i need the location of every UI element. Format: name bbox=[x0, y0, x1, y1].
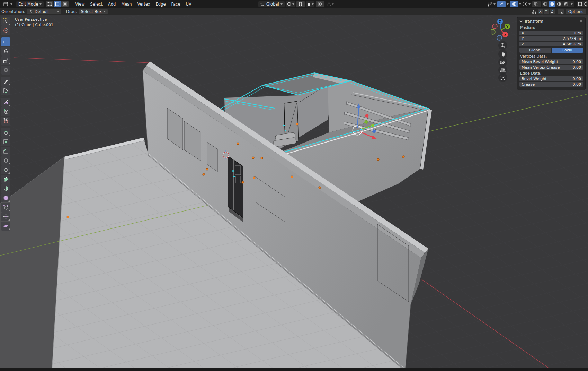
drag-value: Select Box bbox=[81, 9, 102, 14]
snap-base-button[interactable] bbox=[558, 9, 564, 14]
panel-header[interactable]: Transform bbox=[519, 18, 583, 24]
navigation-gizmo[interactable]: Z Y X bbox=[491, 18, 512, 41]
xray-settings-dropdown[interactable] bbox=[522, 1, 531, 7]
tool-smooth[interactable] bbox=[1, 193, 10, 202]
panel-title: Transform bbox=[524, 19, 543, 24]
mirror-y-button[interactable]: Y bbox=[544, 9, 549, 14]
transform-orientation-dropdown[interactable]: Global bbox=[258, 1, 285, 7]
pivot-point-dropdown[interactable] bbox=[286, 1, 295, 7]
shading-wireframe-button[interactable] bbox=[542, 1, 549, 7]
smooth-icon bbox=[3, 195, 9, 201]
chevron-down-icon[interactable] bbox=[519, 3, 521, 5]
face-select-button[interactable] bbox=[61, 1, 69, 7]
tool-shrink-fatten[interactable] bbox=[1, 212, 10, 221]
show-overlays-toggle[interactable] bbox=[510, 1, 518, 7]
tool-move[interactable] bbox=[1, 37, 10, 46]
show-gizmo-toggle[interactable] bbox=[497, 1, 506, 7]
median-z-value: 4.5856 m bbox=[563, 42, 581, 46]
mean-bevel-weight-field[interactable]: Mean Bevel Weight 0.00 bbox=[519, 59, 583, 64]
menu-view[interactable]: View bbox=[72, 2, 87, 7]
tool-randomize[interactable] bbox=[1, 203, 10, 212]
transform-sidebar-panel: Transform Median: X 1 m Y 2.5729 m Z 4.5… bbox=[517, 17, 586, 90]
panel-grip-icon[interactable] bbox=[578, 20, 583, 23]
ring-icon-1[interactable] bbox=[577, 1, 583, 7]
menu-bar: View Select Add Mesh Vertex Edge Face UV bbox=[72, 2, 194, 7]
ring-icon-2[interactable] bbox=[584, 1, 587, 7]
menu-vertex[interactable]: Vertex bbox=[135, 2, 153, 7]
median-x-field[interactable]: X 1 m bbox=[519, 31, 583, 35]
shading-rendered-button[interactable] bbox=[563, 1, 569, 7]
tool-bevel[interactable] bbox=[1, 147, 10, 156]
menu-add[interactable]: Add bbox=[105, 2, 118, 7]
tool-select-box[interactable] bbox=[1, 17, 10, 26]
proportional-editing-button[interactable] bbox=[316, 1, 324, 7]
tool-inset-faces[interactable] bbox=[1, 137, 10, 146]
zoom-view-button[interactable] bbox=[498, 41, 507, 50]
mirror-x-button[interactable]: X bbox=[538, 9, 543, 14]
bevel-weight-field[interactable]: Bevel Weight 0.00 bbox=[519, 76, 583, 81]
menu-uv[interactable]: UV bbox=[183, 2, 194, 7]
knife-icon bbox=[3, 167, 9, 173]
measure-icon bbox=[3, 88, 9, 94]
tool-spin[interactable] bbox=[1, 184, 10, 193]
object-type-visibility-dropdown[interactable] bbox=[486, 1, 496, 7]
tool-cursor[interactable] bbox=[1, 26, 10, 35]
xray-toggle[interactable] bbox=[532, 1, 541, 7]
shading-material-button[interactable] bbox=[556, 1, 562, 7]
tool-transform[interactable] bbox=[1, 66, 10, 75]
chevron-down-icon[interactable] bbox=[507, 3, 509, 5]
mean-bevel-weight-value: 0.00 bbox=[573, 60, 581, 64]
tool-rip-region[interactable] bbox=[1, 117, 10, 126]
median-label: Median: bbox=[520, 25, 582, 30]
gizmo-minus-x-axis[interactable] bbox=[492, 24, 497, 29]
menu-edge[interactable]: Edge bbox=[153, 2, 169, 7]
options-dropdown[interactable]: Options bbox=[566, 9, 586, 14]
tool-scale[interactable] bbox=[1, 56, 10, 65]
median-z-field[interactable]: Z 4.5856 m bbox=[519, 42, 583, 46]
tool-loop-cut[interactable] bbox=[1, 156, 10, 165]
tool-shear[interactable] bbox=[1, 222, 10, 231]
chevron-down-icon bbox=[57, 11, 59, 12]
mode-dropdown[interactable]: Edit Mode bbox=[16, 1, 44, 7]
tool-annotate[interactable] bbox=[1, 77, 10, 86]
bevel-weight-value: 0.00 bbox=[573, 77, 581, 81]
global-button[interactable]: Global bbox=[519, 48, 551, 53]
snap-toggle-button[interactable] bbox=[296, 1, 305, 7]
local-button[interactable]: Local bbox=[552, 48, 583, 53]
crease-field[interactable]: Crease 0.00 bbox=[519, 82, 583, 87]
tool-add-cube[interactable] bbox=[1, 107, 10, 116]
proportional-falloff-dropdown[interactable] bbox=[326, 1, 335, 7]
gizmo-z-label: Z bbox=[499, 20, 501, 24]
median-y-field[interactable]: Y 2.5729 m bbox=[519, 36, 583, 41]
maximize-view-button[interactable] bbox=[498, 73, 507, 82]
drag-dropdown[interactable]: Select Box bbox=[79, 9, 108, 14]
tool-rotate[interactable] bbox=[1, 47, 10, 56]
viewport-info-overlay: User Perspective (2) Cube | Cube.001 bbox=[15, 17, 53, 27]
chevron-down-icon[interactable] bbox=[571, 3, 573, 5]
tool-knife[interactable] bbox=[1, 165, 10, 174]
menu-select[interactable]: Select bbox=[88, 2, 105, 7]
gizmo-minus-y-axis[interactable] bbox=[491, 29, 495, 34]
snap-target-dropdown[interactable] bbox=[306, 1, 314, 7]
chevron-down-icon bbox=[10, 3, 12, 5]
mirror-z-button[interactable]: Z bbox=[550, 9, 555, 14]
dashed-square-arrows-icon bbox=[558, 9, 563, 14]
loop-cut-icon bbox=[3, 157, 9, 164]
gizmo-minus-z-axis[interactable] bbox=[497, 35, 502, 40]
editor-type-button[interactable] bbox=[1, 1, 15, 7]
orientation-dropdown[interactable]: Default bbox=[27, 9, 61, 14]
edge-select-button[interactable] bbox=[54, 1, 61, 7]
space-toggle-group: Global Local bbox=[519, 48, 583, 53]
bevel-icon bbox=[3, 148, 9, 154]
crease-value: 0.00 bbox=[573, 82, 581, 87]
menu-mesh[interactable]: Mesh bbox=[118, 2, 134, 7]
tool-extrude-region[interactable] bbox=[1, 128, 10, 137]
tool-poly-build[interactable] bbox=[1, 175, 10, 184]
vertex-select-button[interactable] bbox=[46, 1, 53, 7]
shading-solid-button[interactable] bbox=[549, 1, 555, 7]
tool-measure[interactable] bbox=[1, 86, 10, 95]
snap-increment-icon bbox=[307, 2, 311, 6]
tool-draw[interactable] bbox=[1, 98, 10, 107]
mean-vertex-crease-field[interactable]: Mean Vertex Crease 0.00 bbox=[519, 65, 583, 70]
menu-face[interactable]: Face bbox=[169, 2, 183, 7]
